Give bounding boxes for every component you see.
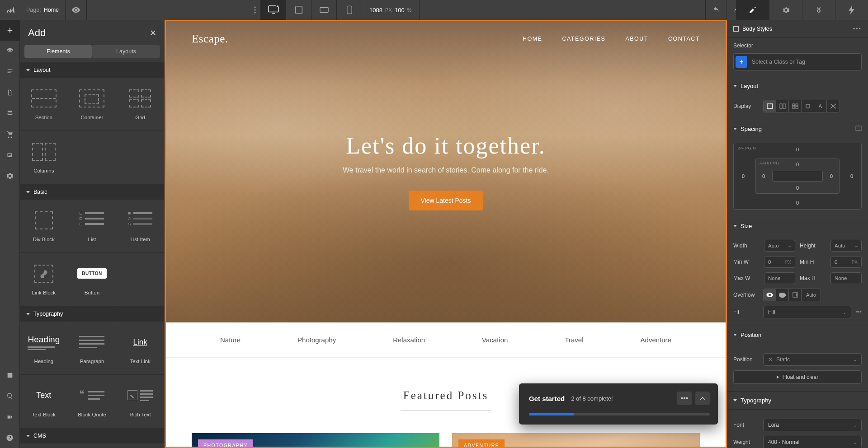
section-basic-header[interactable]: Basic [20, 184, 165, 200]
nav-link[interactable]: HOME [523, 36, 542, 42]
tab-elements[interactable]: Elements [24, 45, 92, 58]
display-inline[interactable]: A [814, 100, 827, 112]
margin-top[interactable]: 0 [796, 147, 799, 152]
display-none[interactable] [827, 100, 840, 112]
page-tab[interactable] [0, 82, 20, 103]
overflow-auto[interactable]: Auto [802, 289, 821, 301]
post-card[interactable]: ADVENTURE [452, 433, 700, 448]
settings-tab[interactable] [0, 165, 20, 186]
style-manager-tab[interactable] [802, 0, 835, 20]
style-tab[interactable] [736, 0, 769, 20]
font-select[interactable]: Lora⌄ [763, 419, 862, 431]
maxh-input[interactable]: None– [830, 272, 862, 284]
padding-top[interactable]: 0 [796, 162, 799, 167]
post-card[interactable]: PHOTOGRAPHY [192, 433, 439, 448]
nav-link[interactable]: CONTACT [668, 36, 700, 42]
overflow-visible[interactable] [764, 289, 776, 301]
preview-toggle[interactable] [66, 0, 87, 20]
toast-collapse-button[interactable] [695, 392, 710, 405]
section-layout-header[interactable]: Layout [20, 62, 165, 78]
device-mobile[interactable] [337, 0, 362, 20]
section-typography-header[interactable]: Typography [20, 306, 165, 322]
padding-bottom[interactable]: 0 [796, 185, 799, 191]
float-clear-toggle[interactable]: Float and clear [733, 370, 862, 384]
category-link[interactable]: Adventure [641, 336, 671, 344]
display-inline-block[interactable] [802, 100, 814, 112]
navigator-tab[interactable] [0, 41, 20, 61]
element-settings-tab[interactable] [769, 0, 802, 20]
page-selector[interactable]: Page: Home [20, 0, 66, 20]
undo-button[interactable] [705, 0, 726, 20]
element-paragraph[interactable]: Paragraph [68, 322, 117, 375]
site-logo[interactable]: Escape. [192, 33, 228, 45]
display-block[interactable] [764, 100, 776, 112]
cms-tab[interactable] [0, 103, 20, 124]
device-desktop[interactable] [261, 0, 286, 20]
hero-subtitle[interactable]: We travel the world in search of stories… [343, 166, 549, 174]
weight-select[interactable]: 400 - Normal⌄ [763, 436, 862, 448]
add-elements-tab[interactable] [0, 20, 20, 41]
more-icon[interactable]: ••• [856, 309, 862, 315]
toast-more-button[interactable]: ••• [677, 392, 692, 405]
search-tab[interactable] [0, 386, 20, 406]
expand-icon[interactable] [855, 126, 862, 132]
section-cms-header[interactable]: CMS [20, 428, 165, 443]
ecommerce-tab[interactable] [0, 124, 20, 145]
nav-link[interactable]: CATEGORIES [562, 36, 605, 42]
category-link[interactable]: Photography [297, 336, 336, 344]
tab-layouts[interactable]: Layouts [92, 45, 160, 58]
device-mobile-landscape[interactable] [311, 0, 337, 20]
class-selector-input[interactable]: + Select a Class or Tag [733, 53, 862, 70]
margin-right[interactable]: 0 [850, 173, 853, 179]
element-grid[interactable]: Grid [116, 78, 165, 131]
category-link[interactable]: Travel [565, 336, 583, 344]
element-button[interactable]: BUTTON Button [68, 253, 117, 306]
width-input[interactable]: Auto– [764, 240, 795, 252]
category-link[interactable]: Nature [220, 336, 241, 344]
assets-tab[interactable] [0, 145, 20, 165]
margin-bottom[interactable]: 0 [796, 200, 799, 205]
element-rich-text[interactable]: Rich Text [116, 375, 165, 428]
element-text-block[interactable]: Text Text Block [20, 375, 68, 428]
position-select[interactable]: ✕Static ⌄ [763, 353, 862, 366]
position-section-header[interactable]: Position [727, 326, 868, 344]
post-tag[interactable]: PHOTOGRAPHY [198, 439, 253, 448]
category-link[interactable]: Relaxation [393, 336, 425, 344]
element-container[interactable]: Container [68, 78, 117, 131]
element-list[interactable]: List [68, 200, 117, 253]
overflow-scroll[interactable] [789, 289, 802, 301]
element-text-link[interactable]: Link Text Link [116, 322, 165, 375]
more-icon[interactable]: ••• [853, 26, 862, 32]
display-grid[interactable] [789, 100, 802, 112]
pages-tab[interactable] [0, 61, 20, 82]
margin-left[interactable]: 0 [742, 173, 745, 179]
display-flex[interactable] [776, 100, 789, 112]
hero-cta-button[interactable]: View Latest Posts [409, 191, 482, 210]
element-link-block[interactable]: Link Block [20, 253, 68, 306]
minh-input[interactable]: 0PX [830, 256, 862, 268]
hero-title[interactable]: Let's do it together. [346, 132, 545, 159]
size-section-header[interactable]: Size [727, 217, 868, 235]
element-columns[interactable]: Columns [20, 131, 68, 184]
spacing-section-header[interactable]: Spacing [727, 120, 868, 138]
nav-link[interactable]: ABOUT [625, 36, 648, 42]
maxw-input[interactable]: None– [764, 272, 795, 284]
hero-section[interactable]: Escape. HOME CATEGORIES ABOUT CONTACT Le… [165, 20, 727, 322]
spacing-editor[interactable]: MARGIN 0 0 0 0 PADDING 0 0 0 0 [733, 143, 862, 210]
element-section[interactable]: Section [20, 78, 68, 131]
layout-section-header[interactable]: Layout [727, 77, 868, 95]
interactions-tab[interactable] [835, 0, 868, 20]
audit-tab[interactable] [0, 365, 20, 386]
element-list-item[interactable]: List Item [116, 200, 165, 253]
minw-input[interactable]: 0PX [764, 256, 795, 268]
padding-left[interactable]: 0 [762, 173, 765, 179]
close-icon[interactable]: ✕ [150, 28, 156, 38]
element-block-quote[interactable]: ❝ Block Quote [68, 375, 117, 428]
typography-section-header[interactable]: Typography [727, 392, 868, 410]
body-styles-bar[interactable]: Body Styles ••• [727, 20, 868, 38]
fit-select[interactable]: Fill⌄ [763, 306, 851, 318]
post-tag[interactable]: ADVENTURE [458, 439, 505, 448]
help-tab[interactable] [0, 427, 20, 448]
height-input[interactable]: Auto– [830, 240, 862, 252]
breakpoint-menu[interactable] [250, 0, 261, 20]
